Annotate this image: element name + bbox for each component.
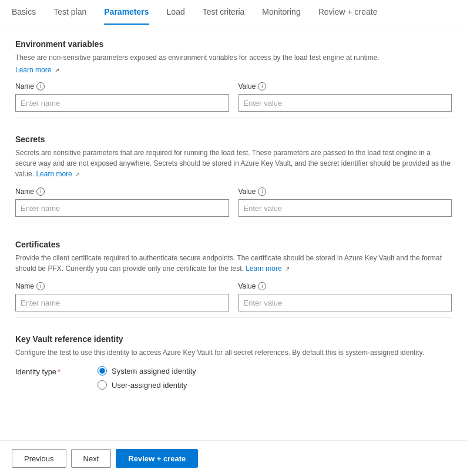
secrets-value-input[interactable] (238, 199, 452, 217)
env-vars-value-input[interactable] (238, 94, 452, 112)
tab-test-plan[interactable]: Test plan (53, 0, 86, 25)
secrets-title: Secrets (15, 135, 452, 144)
system-assigned-option[interactable]: System assigned identity (98, 366, 196, 376)
tab-test-criteria[interactable]: Test criteria (203, 0, 245, 25)
tab-monitoring[interactable]: Monitoring (262, 0, 300, 25)
tab-review-create[interactable]: Review + create (318, 0, 378, 25)
certificates-value-label: Value (238, 282, 256, 290)
env-vars-value-field: Value i (238, 82, 452, 112)
review-create-button[interactable]: Review + create (116, 449, 198, 468)
certificates-name-label: Name (15, 282, 34, 290)
certificates-value-info-icon[interactable]: i (258, 282, 266, 290)
env-vars-name-field: Name i (15, 82, 229, 112)
env-vars-value-label: Value (238, 82, 256, 90)
env-vars-divider (15, 118, 452, 118)
secrets-name-input[interactable] (15, 199, 229, 217)
secrets-divider (15, 223, 452, 223)
certificates-name-input[interactable] (15, 294, 229, 311)
tab-basics[interactable]: Basics (12, 0, 36, 25)
keyvault-description: Configure the test to use this identity … (15, 347, 452, 358)
secrets-learn-more-link[interactable]: Learn more (36, 170, 72, 178)
footer: Previous Next Review + create (0, 440, 467, 476)
env-vars-name-label: Name (15, 82, 34, 90)
next-button[interactable]: Next (71, 449, 112, 468)
certificates-section: Certificates Provide the client certific… (15, 240, 452, 318)
user-assigned-option[interactable]: User-assigned identity (98, 380, 196, 390)
env-vars-external-link-icon: ↗ (55, 67, 59, 73)
secrets-name-field: Name i (15, 187, 229, 217)
secrets-description: Secrets are sensitive parameters that ar… (15, 148, 452, 179)
certificates-value-input[interactable] (238, 294, 452, 311)
main-content: Environment variables These are non-sens… (0, 25, 467, 415)
certificates-title: Certificates (15, 240, 452, 249)
secrets-name-info-icon[interactable]: i (36, 187, 45, 196)
tab-parameters[interactable]: Parameters (104, 0, 149, 25)
certificates-external-link-icon: ↗ (285, 266, 290, 272)
env-vars-name-info-icon[interactable]: i (36, 82, 45, 90)
secrets-external-link-icon: ↗ (75, 171, 80, 177)
certificates-learn-more-link[interactable]: Learn more (246, 264, 281, 273)
env-vars-title: Environment variables (15, 39, 452, 49)
required-star: * (58, 367, 61, 376)
user-assigned-radio[interactable] (98, 380, 107, 390)
identity-type-row: Identity type* System assigned identity … (15, 366, 452, 390)
system-assigned-radio[interactable] (98, 366, 107, 376)
secrets-section: Secrets Secrets are sensitive parameters… (15, 135, 452, 223)
env-vars-value-info-icon[interactable]: i (258, 82, 266, 90)
certificates-name-field: Name i (15, 282, 229, 311)
env-vars-learn-more-link[interactable]: Learn more (15, 66, 51, 74)
keyvault-section: Key Vault reference identity Configure t… (15, 334, 452, 390)
identity-type-label: Identity type* (15, 366, 86, 376)
secrets-value-info-icon[interactable]: i (258, 187, 266, 196)
secrets-value-label: Value (238, 187, 256, 196)
certificates-name-info-icon[interactable]: i (36, 282, 45, 290)
keyvault-title: Key Vault reference identity (15, 334, 452, 344)
nav-tabs: Basics Test plan Parameters Load Test cr… (0, 0, 467, 25)
env-vars-name-input[interactable] (15, 94, 229, 112)
env-vars-description: These are non-sensitive parameters expos… (15, 52, 452, 63)
tab-load[interactable]: Load (167, 0, 185, 25)
user-assigned-label: User-assigned identity (112, 381, 187, 390)
previous-button[interactable]: Previous (12, 449, 66, 468)
secrets-value-field: Value i (238, 187, 452, 217)
secrets-name-label: Name (15, 187, 34, 196)
certificates-divider (15, 317, 452, 318)
system-assigned-label: System assigned identity (112, 367, 196, 376)
certificates-description: Provide the client certificate required … (15, 253, 452, 274)
env-vars-section: Environment variables These are non-sens… (15, 39, 452, 118)
identity-radio-group: System assigned identity User-assigned i… (98, 366, 196, 390)
certificates-value-field: Value i (238, 282, 452, 311)
